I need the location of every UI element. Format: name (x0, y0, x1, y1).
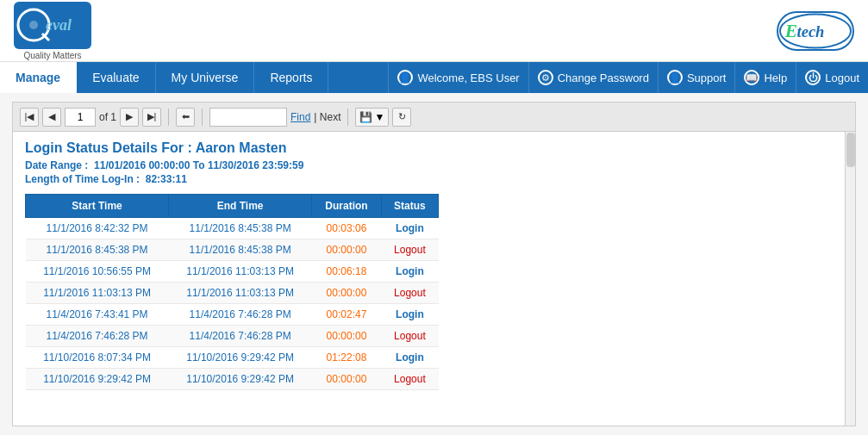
cell-end-time: 11/4/2016 7:46:28 PM (169, 304, 312, 326)
cell-status: Logout (381, 239, 438, 261)
gear-icon: ⚙ (538, 70, 553, 85)
support-icon: 👤 (667, 70, 683, 85)
last-page-button[interactable]: ▶| (142, 108, 161, 127)
cell-end-time: 11/4/2016 7:46:28 PM (169, 326, 312, 347)
cell-status: Login (381, 347, 438, 369)
cell-start-time: 11/10/2016 8:07:34 PM (26, 347, 169, 369)
cell-duration: 00:00:00 (312, 239, 382, 261)
cell-end-time: 11/1/2016 8:45:38 PM (169, 239, 312, 261)
nav-right-area: 👤 Welcome, EBS User ⚙ Change Password 👤 … (388, 62, 868, 93)
login-status-table: Start Time End Time Duration Status 11/1… (25, 194, 439, 390)
scrollbar-track[interactable] (845, 132, 855, 426)
next-label: | Next (314, 111, 340, 123)
cell-status: Login (381, 261, 438, 283)
table-row: 11/1/2016 11:03:13 PM 11/1/2016 11:03:13… (26, 283, 439, 304)
login-time-value: 82:33:11 (146, 173, 187, 185)
cell-status: Logout (381, 326, 438, 347)
toolbar-separator-3 (347, 109, 348, 126)
table-row: 11/10/2016 8:07:34 PM 11/10/2016 9:29:42… (26, 347, 439, 369)
cell-status: Logout (381, 283, 438, 304)
cell-start-time: 11/10/2016 9:29:42 PM (26, 369, 169, 390)
cell-duration: 00:06:18 (312, 261, 382, 283)
table-row: 11/4/2016 7:46:28 PM 11/4/2016 7:46:28 P… (26, 326, 439, 347)
cell-end-time: 11/1/2016 11:03:13 PM (169, 283, 312, 304)
app-header: eval Quality Matters E tech (0, 0, 868, 62)
cell-start-time: 11/4/2016 7:43:41 PM (26, 304, 169, 326)
qeval-logo: eval (14, 2, 91, 49)
refresh-button[interactable]: ↻ (392, 108, 411, 127)
power-icon: ⏻ (805, 70, 821, 85)
svg-text:tech: tech (797, 22, 825, 40)
date-range-value: 11/01/2016 00:00:00 To 11/30/2016 23:59:… (94, 159, 303, 171)
quality-matters-text: Quality Matters (23, 51, 81, 60)
export-icon: 💾 (359, 111, 372, 123)
prev-page-button[interactable]: ◀ (42, 108, 61, 127)
nav-welcome: 👤 Welcome, EBS User (388, 62, 528, 93)
login-time-label: Length of Time Log-In : (25, 173, 140, 185)
back-button[interactable]: ⬅ (176, 108, 195, 127)
nav-support[interactable]: 👤 Support (658, 62, 735, 93)
toolbar-separator-2 (202, 109, 203, 126)
report-title: Login Status Details For : Aaron Masten (25, 140, 843, 156)
cell-duration: 00:00:00 (312, 283, 382, 304)
toolbar-separator-1 (168, 109, 169, 126)
cell-status: Logout (381, 369, 438, 390)
dropdown-icon: ▼ (374, 111, 384, 123)
help-icon: 📖 (744, 70, 759, 85)
nav-logout[interactable]: ⏻ Logout (796, 62, 868, 93)
svg-point-3 (29, 21, 38, 29)
nav-help[interactable]: 📖 Help (734, 62, 796, 93)
cell-duration: 00:03:06 (312, 218, 382, 239)
first-page-button[interactable]: |◀ (20, 108, 39, 127)
cell-status: Login (381, 218, 438, 239)
page-total: of 1 (99, 111, 116, 123)
find-input[interactable] (209, 108, 287, 127)
cell-end-time: 11/1/2016 11:03:13 PM (169, 261, 312, 283)
cell-start-time: 11/1/2016 10:56:55 PM (26, 261, 169, 283)
find-button[interactable]: Find (290, 111, 310, 123)
cell-end-time: 11/10/2016 9:29:42 PM (169, 369, 312, 390)
cell-start-time: 11/4/2016 7:46:28 PM (26, 326, 169, 347)
cell-duration: 00:00:00 (312, 369, 382, 390)
col-start-time: Start Time (26, 195, 169, 218)
col-status: Status (381, 195, 438, 218)
date-range-label: Date Range : (25, 159, 88, 171)
logo-area: eval Quality Matters (14, 2, 91, 60)
cell-start-time: 11/1/2016 8:45:38 PM (26, 239, 169, 261)
page-number-input[interactable] (65, 108, 96, 127)
table-row: 11/4/2016 7:43:41 PM 11/4/2016 7:46:28 P… (26, 304, 439, 326)
table-row: 11/1/2016 8:45:38 PM 11/1/2016 8:45:38 P… (26, 239, 439, 261)
report-toolbar: |◀ ◀ of 1 ▶ ▶| ⬅ Find | Next 💾 ▼ ↻ (13, 103, 855, 132)
etech-logo: E tech (777, 11, 854, 51)
user-icon: 👤 (397, 70, 413, 85)
svg-text:E: E (784, 20, 797, 40)
cell-duration: 00:02:47 (312, 304, 382, 326)
svg-text:eval: eval (46, 16, 72, 34)
report-date-range: Date Range : 11/01/2016 00:00:00 To 11/3… (25, 159, 843, 171)
report-body: Login Status Details For : Aaron Masten … (13, 132, 855, 426)
scrollbar-thumb[interactable] (846, 133, 855, 167)
nav-evaluate[interactable]: Evaluate (77, 62, 155, 93)
export-button[interactable]: 💾 ▼ (355, 108, 389, 127)
next-page-button[interactable]: ▶ (120, 108, 139, 127)
main-content: |◀ ◀ of 1 ▶ ▶| ⬅ Find | Next 💾 ▼ ↻ Login… (0, 93, 868, 435)
nav-manage[interactable]: Manage (0, 62, 77, 93)
cell-start-time: 11/1/2016 8:42:32 PM (26, 218, 169, 239)
nav-bar: Manage Evaluate My Universe Reports 👤 We… (0, 62, 868, 93)
table-header-row: Start Time End Time Duration Status (26, 195, 439, 218)
col-duration: Duration (312, 195, 382, 218)
nav-change-password[interactable]: ⚙ Change Password (528, 62, 658, 93)
cell-end-time: 11/1/2016 8:45:38 PM (169, 218, 312, 239)
cell-duration: 00:00:00 (312, 326, 382, 347)
nav-reports[interactable]: Reports (254, 62, 328, 93)
cell-duration: 01:22:08 (312, 347, 382, 369)
cell-start-time: 11/1/2016 11:03:13 PM (26, 283, 169, 304)
nav-my-universe[interactable]: My Universe (156, 62, 255, 93)
report-panel: |◀ ◀ of 1 ▶ ▶| ⬅ Find | Next 💾 ▼ ↻ Login… (12, 102, 856, 426)
table-row: 11/10/2016 9:29:42 PM 11/10/2016 9:29:42… (26, 369, 439, 390)
table-row: 11/1/2016 8:42:32 PM 11/1/2016 8:45:38 P… (26, 218, 439, 239)
login-time-row: Length of Time Log-In : 82:33:11 (25, 173, 843, 185)
cell-status: Login (381, 304, 438, 326)
cell-end-time: 11/10/2016 9:29:42 PM (169, 347, 312, 369)
table-row: 11/1/2016 10:56:55 PM 11/1/2016 11:03:13… (26, 261, 439, 283)
